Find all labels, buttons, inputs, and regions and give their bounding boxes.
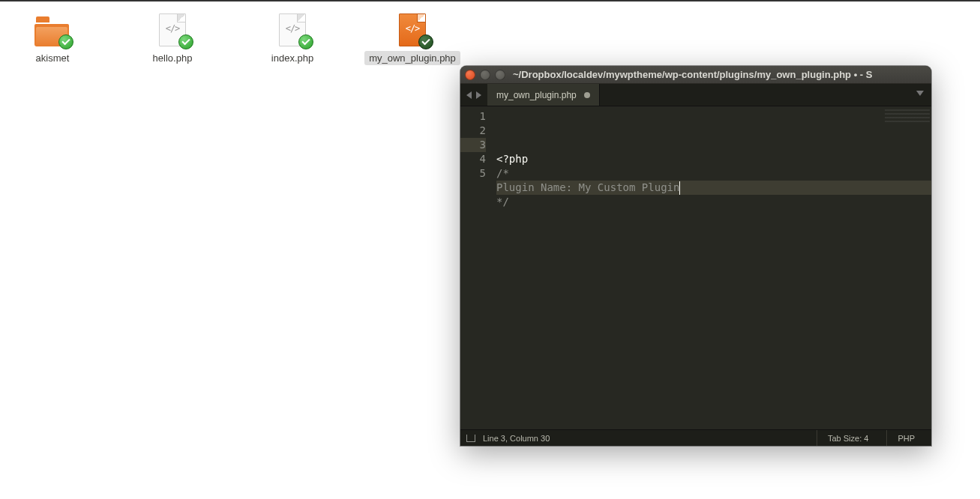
file-label: hello.php <box>148 51 197 65</box>
status-language[interactable]: PHP <box>886 430 925 446</box>
chevron-down-icon <box>916 91 924 100</box>
sync-ok-badge-icon <box>178 34 193 49</box>
code-line[interactable]: */ <box>496 195 931 209</box>
gutter-line: 1 <box>460 109 486 124</box>
file-label: my_own_plugin.php <box>364 51 460 65</box>
editor-tab[interactable]: my_own_plugin.php <box>487 84 600 106</box>
tab-menu-button[interactable] <box>909 84 931 106</box>
tab-nav <box>460 84 487 106</box>
window-maximize-button[interactable] <box>495 70 505 80</box>
code-line[interactable]: Plugin Name: My Custom Plugin <box>496 181 931 195</box>
minimap[interactable] <box>885 109 930 124</box>
tab-dirty-indicator-icon <box>584 92 590 98</box>
sync-ok-badge-icon <box>298 34 313 49</box>
code-content[interactable]: <?php/*Plugin Name: My Custom Plugin*/ <box>493 106 931 429</box>
gutter-line: 4 <box>460 152 486 166</box>
file-label: index.php <box>267 51 318 65</box>
code-line[interactable] <box>496 209 931 223</box>
file-item-index-php[interactable]: </>index.php <box>255 13 330 65</box>
php-file-icon: </> <box>154 13 190 46</box>
window-close-button[interactable] <box>465 70 475 80</box>
folder-icon <box>34 13 70 46</box>
php-file-icon: </> <box>394 13 430 46</box>
tab-next-icon[interactable] <box>476 91 481 99</box>
file-manager-row: akismet</>hello.php</>index.php</>my_own… <box>15 13 450 65</box>
sync-ok-badge-icon <box>58 34 73 49</box>
gutter-line: 3 <box>460 138 486 152</box>
gutter-line: 2 <box>460 124 486 138</box>
sync-ok-badge-icon <box>418 34 433 49</box>
editor-window: ~/Dropbox/localdev/mywptheme/wp-content/… <box>460 66 931 446</box>
file-label: akismet <box>31 51 74 65</box>
status-bar: Line 3, Column 30 Tab Size: 4 PHP <box>460 429 931 446</box>
editor-titlebar[interactable]: ~/Dropbox/localdev/mywptheme/wp-content/… <box>460 66 931 84</box>
gutter-line: 5 <box>460 166 486 181</box>
code-line[interactable]: /* <box>496 166 931 181</box>
gutter: 12345 <box>460 106 493 429</box>
window-minimize-button[interactable] <box>480 70 490 80</box>
code-area[interactable]: 12345 <?php/*Plugin Name: My Custom Plug… <box>460 106 931 429</box>
tab-prev-icon[interactable] <box>466 91 472 99</box>
php-file-icon: </> <box>274 13 310 46</box>
window-title: ~/Dropbox/localdev/mywptheme/wp-content/… <box>510 69 927 80</box>
panel-icon[interactable] <box>466 435 475 442</box>
window-menubar <box>0 0 980 1</box>
code-line[interactable]: <?php <box>496 152 931 166</box>
file-item-akismet[interactable]: akismet <box>15 13 90 65</box>
file-item-my_own_plugin-php[interactable]: </>my_own_plugin.php <box>375 13 450 65</box>
text-cursor <box>679 181 680 195</box>
status-tabsize[interactable]: Tab Size: 4 <box>817 430 879 446</box>
editor-tabbar: my_own_plugin.php <box>460 84 931 106</box>
editor-tab-label: my_own_plugin.php <box>496 90 577 100</box>
status-position: Line 3, Column 30 <box>483 434 550 443</box>
file-item-hello-php[interactable]: </>hello.php <box>135 13 210 65</box>
